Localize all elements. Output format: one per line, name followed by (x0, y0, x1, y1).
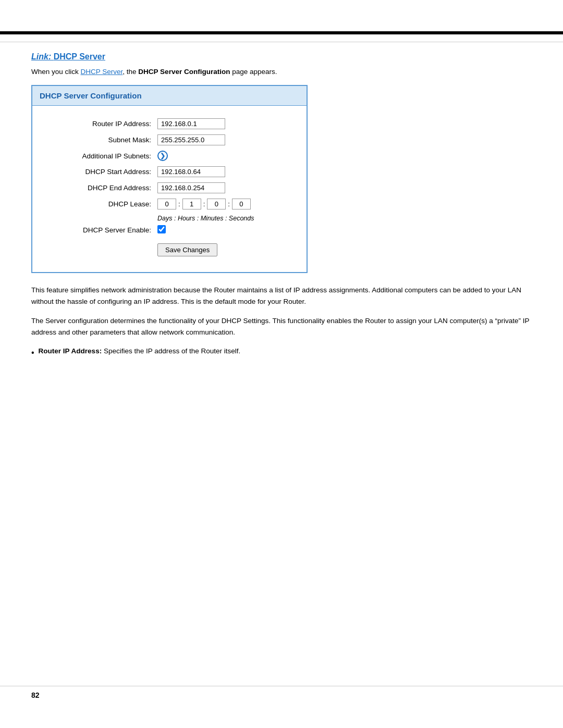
router-ip-input[interactable] (157, 118, 225, 129)
dhcp-end-input[interactable] (157, 182, 225, 193)
router-ip-label: Router IP Address: (48, 120, 157, 128)
dhcp-start-input[interactable] (157, 166, 225, 177)
dhcp-lease-hours-input[interactable] (182, 199, 201, 209)
second-border (0, 42, 563, 42)
description-1: This feature simplifies network administ… (31, 285, 532, 307)
dhcp-lease-inputs: : : : (157, 199, 251, 209)
lease-sep-1: : (176, 200, 182, 208)
intro-text: When you click DHCP Server, the DHCP Ser… (31, 68, 532, 76)
dhcp-end-row: DHCP End Address: (48, 182, 291, 193)
intro-prefix: When you click (31, 68, 81, 76)
description-2: The Server configuration determines the … (31, 315, 532, 338)
save-changes-button[interactable]: Save Changes (157, 243, 217, 256)
additional-subnets-label: Additional IP Subnets: (48, 152, 157, 160)
config-box: DHCP Server Configuration Router IP Addr… (31, 85, 308, 273)
dhcp-server-enable-checkbox[interactable] (157, 225, 166, 233)
bullet-desc-0: Specifies the IP address of the Router i… (102, 347, 240, 355)
dhcp-lease-row: DHCP Lease: : : : (48, 199, 291, 209)
dhcp-lease-days-input[interactable] (157, 199, 176, 209)
additional-subnets-icon[interactable]: ❯ (157, 151, 168, 161)
intro-suffix: page appears. (230, 68, 277, 76)
dhcp-lease-minutes-input[interactable] (207, 199, 226, 209)
config-box-title: DHCP Server Configuration (32, 86, 307, 106)
router-ip-value (157, 118, 225, 129)
bullet-text-0: Router IP Address: Specifies the IP addr… (39, 346, 241, 356)
dhcp-server-link[interactable]: DHCP Server (81, 68, 123, 76)
additional-subnets-row: Additional IP Subnets: ❯ (48, 151, 291, 161)
config-body: Router IP Address: Subnet Mask: Addition… (32, 106, 307, 262)
dhcp-start-row: DHCP Start Address: (48, 166, 291, 177)
title-italic: Link: (31, 52, 54, 61)
dhcp-lease-seconds-input[interactable] (232, 199, 251, 209)
section-title: Link: DHCP Server (31, 52, 532, 61)
lease-sep-2: : (201, 200, 207, 208)
bullet-dot-0: • (31, 347, 34, 359)
lease-units-text: Days : Hours : Minutes : Seconds (157, 215, 254, 222)
subnet-mask-row: Subnet Mask: (48, 134, 291, 145)
config-box-title-text: DHCP Server Configuration (40, 91, 142, 100)
bullet-item-0: • Router IP Address: Specifies the IP ad… (31, 346, 532, 359)
subnet-mask-label: Subnet Mask: (48, 136, 157, 144)
additional-subnets-value: ❯ (157, 151, 168, 161)
dhcp-start-label: DHCP Start Address: (48, 168, 157, 176)
lease-sep-3: : (226, 200, 232, 208)
dhcp-start-value (157, 166, 225, 177)
bottom-border (0, 686, 563, 686)
dhcp-server-enable-value (157, 225, 166, 235)
title-bold: DHCP Server (54, 52, 105, 61)
dhcp-lease-label: DHCP Lease: (48, 200, 157, 208)
save-btn-row: Save Changes (48, 243, 291, 256)
top-border (0, 31, 563, 34)
subnet-mask-value (157, 134, 225, 145)
bullet-bold-0: Router IP Address: (39, 347, 102, 355)
intro-suffix-bold: DHCP Server Configuration (138, 68, 230, 76)
subnet-mask-input[interactable] (157, 134, 225, 145)
dhcp-server-enable-label: DHCP Server Enable: (48, 226, 157, 234)
lease-labels: Days : Hours : Minutes : Seconds (48, 215, 291, 222)
router-ip-row: Router IP Address: (48, 118, 291, 129)
dhcp-end-value (157, 182, 225, 193)
dhcp-server-enable-row: DHCP Server Enable: (48, 225, 291, 235)
dhcp-end-label: DHCP End Address: (48, 184, 157, 192)
page-number: 82 (31, 691, 40, 699)
